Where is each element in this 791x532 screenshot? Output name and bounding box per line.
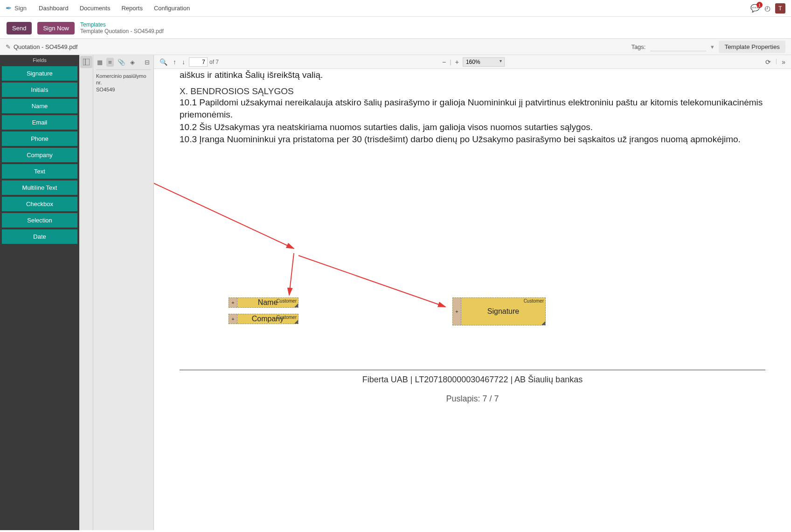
field-drag-handle[interactable]: + bbox=[453, 298, 461, 325]
title-bar: ✎ Quotation - SO4549.pdf Tags: ▾ Templat… bbox=[0, 38, 791, 55]
brand-text: Sign bbox=[14, 5, 27, 12]
field-initials[interactable]: Initials bbox=[2, 83, 77, 97]
send-button[interactable]: Send bbox=[7, 22, 32, 35]
field-name[interactable]: Name bbox=[2, 99, 77, 113]
name-field-body: Name Customer bbox=[237, 298, 298, 307]
pdf-right-controls: ⟳ | » bbox=[763, 57, 787, 67]
nav-configuration[interactable]: Configuration bbox=[150, 5, 194, 12]
title-right: Tags: ▾ Template Properties bbox=[631, 41, 785, 53]
field-drag-handle[interactable]: + bbox=[229, 314, 237, 324]
fields-sidebar: Fields Signature Initials Name Email Pho… bbox=[0, 55, 79, 530]
action-bar: Send Sign Now Templates Template Quotati… bbox=[0, 17, 791, 38]
outline-item[interactable]: Komercinio pasiūlymo nr. SO4549 bbox=[96, 73, 151, 93]
messages-badge: 1 bbox=[756, 2, 763, 8]
pdf-controls: 🔍 ↑ ↓ of 7 − | + ⟳ | » bbox=[154, 55, 791, 69]
more-tools-icon[interactable]: » bbox=[780, 57, 787, 67]
page-indicator: Puslapis: 7 / 7 bbox=[180, 394, 765, 404]
field-company[interactable]: Company bbox=[2, 148, 77, 162]
edit-icon[interactable]: ✎ bbox=[6, 43, 11, 50]
pdf-viewer: 🔍 ↑ ↓ of 7 − | + ⟳ | » aišku bbox=[154, 55, 791, 530]
doc-para-102: 10.2 Šis Užsakymas yra neatskiriama nuom… bbox=[180, 121, 765, 134]
svg-line-3 bbox=[289, 253, 294, 295]
pdf-left-controls: 🔍 ↑ ↓ of 7 bbox=[158, 57, 219, 67]
doc-heading: X. BENDROSIOS SĄLYGOS bbox=[180, 86, 765, 97]
title-left: ✎ Quotation - SO4549.pdf bbox=[6, 43, 77, 50]
main-area: Fields Signature Initials Name Email Pho… bbox=[0, 55, 791, 530]
field-email[interactable]: Email bbox=[2, 115, 77, 130]
pdf-outline-panel: ▦ ≡ 📎 ◈ ⊟ Komercinio pasiūlymo nr. SO454… bbox=[93, 55, 154, 530]
pdf-page: aiškus ir atitinka Šalių išreikštą valią… bbox=[154, 69, 791, 530]
outline-tools: ▦ ≡ 📎 ◈ ⊟ bbox=[96, 58, 151, 70]
activity-icon[interactable]: ◴ bbox=[764, 4, 770, 13]
company-field-role: Customer bbox=[277, 315, 297, 320]
attachments-icon[interactable]: 📎 bbox=[117, 58, 126, 67]
page-up-icon[interactable]: ↑ bbox=[171, 57, 178, 67]
resize-corner-icon[interactable] bbox=[541, 321, 545, 325]
top-nav: ✒︎ Sign Dashboard Documents Reports Conf… bbox=[0, 0, 791, 17]
toggle-sidebar-icon[interactable] bbox=[80, 56, 92, 68]
avatar-initial: T bbox=[778, 5, 782, 12]
outline-line2: SO4549 bbox=[96, 86, 151, 93]
signature-field-body: Signature Customer bbox=[461, 298, 545, 325]
zoom-divider: | bbox=[450, 58, 451, 65]
pdf-sidebar-strip bbox=[79, 55, 93, 530]
nav-reports[interactable]: Reports bbox=[118, 5, 146, 12]
properties-label: Template Properties bbox=[724, 43, 780, 50]
sign-logo-icon: ✒︎ bbox=[6, 4, 12, 13]
dropped-name-field[interactable]: + Name Customer bbox=[229, 297, 298, 308]
svg-rect-0 bbox=[83, 59, 90, 65]
search-icon[interactable]: 🔍 bbox=[158, 57, 169, 67]
doc-para-101: 10.1 Papildomi užsakymai nereikalauja at… bbox=[180, 97, 765, 121]
template-properties-button[interactable]: Template Properties bbox=[719, 41, 785, 53]
field-drag-handle[interactable]: + bbox=[229, 298, 237, 307]
field-selection[interactable]: Selection bbox=[2, 213, 77, 228]
user-avatar[interactable]: T bbox=[775, 3, 785, 14]
field-checkbox[interactable]: Checkbox bbox=[2, 197, 77, 211]
field-text[interactable]: Text bbox=[2, 164, 77, 179]
breadcrumb-parent[interactable]: Templates bbox=[80, 21, 164, 28]
field-phone[interactable]: Phone bbox=[2, 131, 77, 146]
layers-icon[interactable]: ◈ bbox=[129, 58, 136, 67]
dropped-company-field[interactable]: + Company Customer bbox=[229, 314, 298, 324]
tags-label: Tags: bbox=[631, 43, 645, 50]
zoom-select[interactable] bbox=[463, 57, 505, 67]
fields-header: Fields bbox=[0, 55, 79, 65]
doc-para-103: 10.3 Įranga Nuomininkui yra pristatoma p… bbox=[180, 133, 765, 146]
company-field-body: Company Customer bbox=[237, 314, 298, 324]
messages-icon[interactable]: 💬 1 bbox=[750, 4, 760, 13]
zoom-out-icon[interactable]: − bbox=[440, 57, 448, 67]
dropped-signature-field[interactable]: + Signature Customer bbox=[452, 297, 546, 325]
rotate-icon[interactable]: ⟳ bbox=[763, 57, 773, 67]
page-input[interactable] bbox=[189, 57, 208, 67]
brand[interactable]: ✒︎ Sign bbox=[6, 4, 27, 13]
signature-field-role: Customer bbox=[524, 298, 544, 304]
ctrl-divider: | bbox=[776, 57, 777, 67]
field-signature[interactable]: Signature bbox=[2, 66, 77, 81]
svg-line-4 bbox=[298, 256, 445, 307]
zoom-controls: − | + bbox=[440, 57, 505, 67]
nav-documents[interactable]: Documents bbox=[76, 5, 114, 12]
outline-find-icon[interactable]: ⊟ bbox=[144, 58, 151, 67]
tags-dropdown-icon[interactable]: ▾ bbox=[711, 43, 714, 50]
field-multiline[interactable]: Multiline Text bbox=[2, 180, 77, 195]
breadcrumb: Templates Template Quotation - SO4549.pd… bbox=[80, 21, 164, 35]
document-name: Quotation - SO4549.pdf bbox=[14, 43, 77, 50]
zoom-in-icon[interactable]: + bbox=[453, 57, 461, 67]
name-field-label: Name bbox=[258, 298, 278, 307]
page-total: of 7 bbox=[209, 59, 219, 65]
field-date[interactable]: Date bbox=[2, 229, 77, 244]
page-down-icon[interactable]: ↓ bbox=[180, 57, 187, 67]
svg-line-2 bbox=[154, 153, 294, 249]
thumbnails-icon[interactable]: ▦ bbox=[96, 58, 104, 67]
name-field-role: Customer bbox=[277, 298, 297, 304]
outline-list-icon[interactable]: ≡ bbox=[106, 58, 114, 67]
sign-now-button[interactable]: Sign Now bbox=[37, 22, 75, 35]
outline-line1: Komercinio pasiūlymo nr. bbox=[96, 73, 151, 86]
resize-corner-icon[interactable] bbox=[294, 320, 298, 324]
pdf-canvas[interactable]: aiškus ir atitinka Šalių išreikštą valią… bbox=[154, 69, 791, 530]
nav-right: 💬 1 ◴ T bbox=[750, 3, 785, 14]
tags-input[interactable] bbox=[650, 42, 706, 51]
nav-dashboard[interactable]: Dashboard bbox=[35, 5, 72, 12]
breadcrumb-current: Template Quotation - SO4549.pdf bbox=[80, 28, 164, 35]
resize-corner-icon[interactable] bbox=[294, 304, 298, 307]
